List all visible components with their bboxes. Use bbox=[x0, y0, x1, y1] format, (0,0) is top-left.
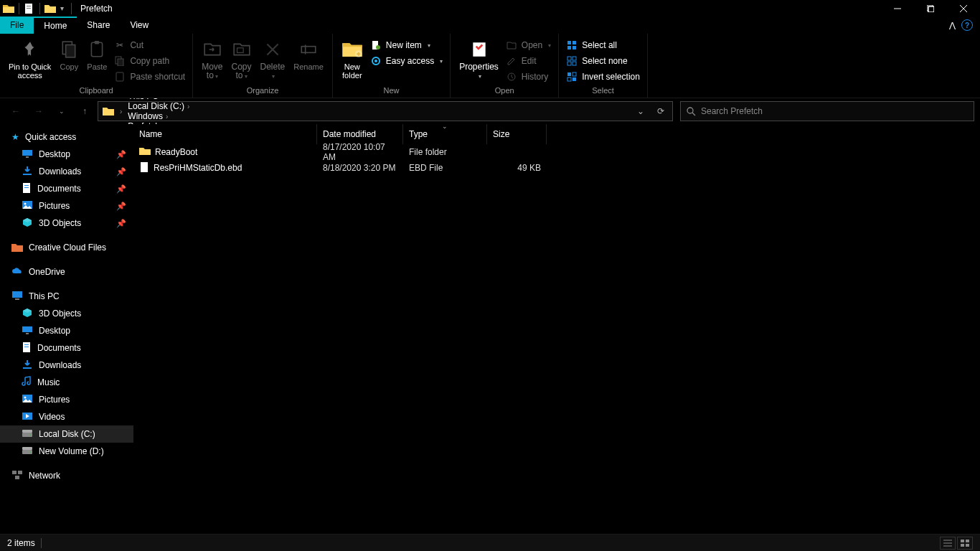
folder-icon bbox=[3, 4, 14, 14]
move-to-button[interactable]: Move to▾ bbox=[197, 37, 227, 83]
search-icon bbox=[681, 106, 701, 116]
main-area: ★ Quick access Desktop📌Downloads📌Documen… bbox=[0, 124, 980, 534]
tree-this-pc[interactable]: This PC bbox=[0, 288, 133, 305]
select-all-button[interactable]: Select all bbox=[563, 38, 643, 52]
copy-to-button[interactable]: Copy to▾ bbox=[227, 37, 256, 83]
easy-access-button[interactable]: Easy access▾ bbox=[367, 54, 446, 68]
forward-button[interactable]: → bbox=[29, 101, 49, 121]
svg-rect-51 bbox=[15, 298, 19, 300]
navigation-pane[interactable]: ★ Quick access Desktop📌Downloads📌Documen… bbox=[0, 124, 133, 534]
breadcrumb-arrow[interactable]: › bbox=[117, 108, 125, 116]
tab-file[interactable]: File bbox=[0, 17, 34, 34]
tree-item[interactable]: Videos bbox=[0, 408, 133, 425]
invert-selection-button[interactable]: Invert selection bbox=[563, 70, 643, 84]
history-button[interactable]: History bbox=[503, 70, 554, 84]
large-icons-view-button[interactable] bbox=[957, 537, 973, 550]
svg-rect-57 bbox=[23, 367, 32, 369]
chevron-down-icon[interactable]: ▾ bbox=[57, 4, 67, 12]
tree-network[interactable]: Network bbox=[0, 467, 133, 484]
breadcrumb-segment[interactable]: Local Disk (C:)› bbox=[125, 101, 192, 111]
pictures-icon bbox=[22, 394, 33, 405]
svg-rect-30 bbox=[567, 46, 571, 50]
window-controls bbox=[881, 0, 980, 17]
tree-onedrive[interactable]: OneDrive bbox=[0, 263, 133, 281]
tree-item[interactable]: Local Disk (C:) bbox=[0, 425, 133, 443]
edit-button[interactable]: Edit bbox=[503, 54, 554, 68]
tab-share[interactable]: Share bbox=[77, 17, 120, 34]
back-button[interactable]: ← bbox=[6, 101, 26, 121]
new-item-button[interactable]: New item▾ bbox=[367, 38, 446, 52]
ribbon: Pin to Quick access Copy Paste ✂Cut Copy… bbox=[0, 34, 980, 98]
breadcrumb-segment[interactable]: Windows› bbox=[125, 111, 192, 121]
column-size[interactable]: Size bbox=[487, 124, 547, 144]
search-input[interactable] bbox=[701, 106, 974, 116]
copy-button[interactable]: Copy bbox=[55, 37, 83, 72]
address-bar[interactable]: › This PC›Local Disk (C:)›Windows›Prefet… bbox=[98, 101, 673, 121]
search-box[interactable] bbox=[680, 101, 974, 121]
svg-rect-70 bbox=[141, 162, 148, 172]
tree-item[interactable]: Downloads bbox=[0, 357, 133, 374]
delete-button[interactable]: Delete▾ bbox=[256, 37, 290, 83]
tree-creative-cloud[interactable]: Creative Cloud Files bbox=[0, 239, 133, 256]
tree-item[interactable]: 3D Objects📌 bbox=[0, 215, 133, 232]
svg-rect-69 bbox=[15, 476, 19, 479]
svg-rect-67 bbox=[12, 471, 17, 474]
paste-button[interactable]: Paste bbox=[83, 37, 111, 72]
tree-item[interactable]: Documents📌 bbox=[0, 180, 133, 197]
tree-item[interactable]: Desktop📌 bbox=[0, 146, 133, 163]
tree-item[interactable]: Downloads📌 bbox=[0, 163, 133, 180]
3d-icon bbox=[22, 217, 33, 230]
svg-point-40 bbox=[687, 108, 693, 113]
minimize-button[interactable] bbox=[881, 0, 914, 17]
rename-button[interactable]: Rename bbox=[289, 37, 328, 72]
maximize-button[interactable] bbox=[914, 0, 947, 17]
pin-icon: 📌 bbox=[116, 219, 126, 228]
open-button[interactable]: Open▾ bbox=[503, 38, 554, 52]
pin-to-quick-access-button[interactable]: Pin to Quick access bbox=[4, 37, 55, 81]
pc-icon bbox=[11, 291, 23, 303]
file-row[interactable]: ResPriHMStaticDb.ebd8/18/2020 3:20 PMEBD… bbox=[133, 160, 980, 176]
copy-path-button[interactable]: Copy path bbox=[111, 54, 188, 68]
properties-icon[interactable] bbox=[24, 3, 35, 14]
tab-home[interactable]: Home bbox=[34, 17, 77, 34]
column-date[interactable]: Date modified bbox=[317, 124, 403, 144]
select-none-button[interactable]: Select none bbox=[563, 54, 643, 68]
tree-item[interactable]: Music bbox=[0, 374, 133, 391]
pin-icon: 📌 bbox=[116, 150, 126, 159]
tree-quick-access[interactable]: ★ Quick access bbox=[0, 128, 133, 146]
tree-item[interactable]: New Volume (D:) bbox=[0, 443, 133, 460]
tree-item[interactable]: Desktop bbox=[0, 322, 133, 339]
column-type[interactable]: Type⌄ bbox=[403, 124, 487, 144]
address-dropdown-button[interactable]: ⌄ bbox=[631, 106, 651, 116]
tree-item[interactable]: Documents bbox=[0, 339, 133, 357]
svg-rect-43 bbox=[26, 156, 29, 158]
svg-rect-5 bbox=[928, 6, 934, 12]
close-button[interactable] bbox=[947, 0, 980, 17]
folder-icon[interactable] bbox=[44, 4, 56, 14]
downloads-icon bbox=[22, 166, 33, 178]
paste-shortcut-button[interactable]: Paste shortcut bbox=[111, 70, 188, 84]
help-icon[interactable]: ? bbox=[961, 19, 973, 31]
new-folder-button[interactable]: New folder bbox=[337, 37, 367, 81]
up-button[interactable]: ↑ bbox=[75, 101, 95, 121]
file-row[interactable]: ReadyBoot8/17/2020 10:07 AMFile folder bbox=[133, 144, 980, 160]
svg-rect-50 bbox=[12, 291, 22, 298]
properties-button[interactable]: Properties▾ bbox=[455, 37, 503, 83]
tree-item[interactable]: Pictures bbox=[0, 391, 133, 408]
collapse-ribbon-icon[interactable]: ⋀ bbox=[949, 21, 956, 30]
svg-rect-1 bbox=[27, 6, 31, 6]
svg-rect-68 bbox=[18, 471, 22, 474]
svg-rect-19 bbox=[301, 47, 316, 53]
recent-locations-button[interactable]: ⌄ bbox=[52, 101, 72, 121]
tree-item[interactable]: 3D Objects bbox=[0, 305, 133, 322]
svg-rect-35 bbox=[573, 62, 576, 65]
details-view-button[interactable] bbox=[940, 537, 956, 550]
pin-icon: 📌 bbox=[116, 167, 126, 176]
svg-rect-55 bbox=[24, 344, 29, 345]
tab-view[interactable]: View bbox=[120, 17, 159, 34]
refresh-button[interactable]: ⟳ bbox=[651, 106, 671, 116]
tree-item[interactable]: Pictures📌 bbox=[0, 197, 133, 215]
column-name[interactable]: Name bbox=[133, 124, 317, 144]
svg-rect-62 bbox=[22, 430, 32, 433]
cut-button[interactable]: ✂Cut bbox=[111, 38, 188, 52]
